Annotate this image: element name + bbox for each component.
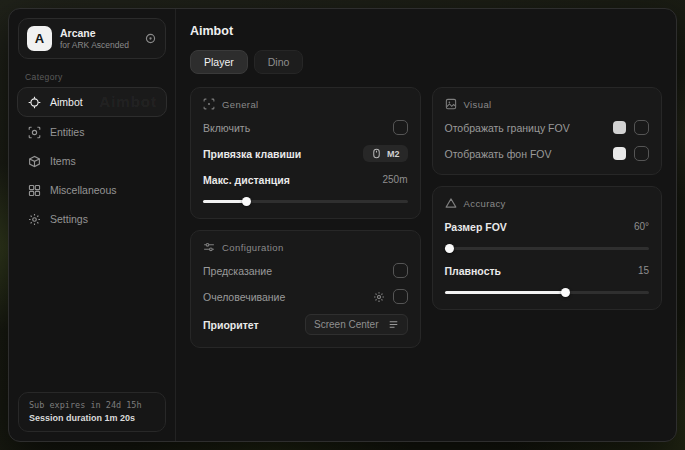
visual-panel: Visual Отображать границу FOV Отображать… [432, 87, 663, 175]
max-distance-label: Макс. дистанция [203, 174, 290, 186]
mouse-icon [371, 148, 382, 159]
sidebar-item-miscellaneous[interactable]: Miscellaneous [17, 176, 167, 204]
brand-text: Arcane for ARK Ascended [60, 27, 129, 51]
fov-background-checkbox[interactable] [634, 146, 649, 161]
panel-title: Configuration [222, 242, 284, 253]
sidebar-item-entities[interactable]: Entities [17, 118, 167, 146]
fov-border-label: Отображать границу FOV [445, 122, 570, 134]
keybind-button[interactable]: M2 [363, 145, 408, 162]
panel-title: General [222, 99, 259, 110]
keybind-row: Привязка клавиши M2 [203, 145, 408, 162]
brand-card: A Arcane for ARK Ascended [18, 18, 166, 59]
panel-title: Visual [464, 99, 492, 110]
fov-border-color-swatch[interactable] [613, 121, 626, 134]
app-window: A Arcane for ARK Ascended Category [8, 8, 677, 442]
max-distance-slider[interactable] [203, 196, 408, 206]
session-card: Sub expires in 24d 15h Session duration … [18, 392, 166, 432]
smoothness-row: Плавность 15 [445, 262, 650, 279]
crosshair-icon [28, 96, 41, 109]
sidebar-spacer [9, 233, 175, 383]
aimbot-watermark: Aimbot [99, 93, 157, 110]
prediction-label: Предсказание [203, 265, 272, 277]
enable-checkbox[interactable] [393, 120, 408, 135]
priority-row: Приоритет Screen Center [203, 314, 408, 335]
fov-background-row: Отображать фон FOV [445, 145, 650, 162]
fov-background-color-swatch[interactable] [613, 147, 626, 160]
target-dot-icon[interactable] [144, 32, 157, 45]
app-subtitle: for ARK Ascended [60, 40, 129, 51]
page-title: Aimbot [190, 24, 662, 38]
main-content: Aimbot Player Dino General [176, 9, 676, 441]
triangle-icon [445, 197, 457, 209]
sidebar-nav: Aimbot Aimbot Entities [17, 87, 167, 233]
sidebar-item-label: Aimbot [50, 96, 83, 108]
entity-scan-icon [28, 126, 41, 139]
max-distance-value: 250m [382, 174, 407, 185]
enable-row: Включить [203, 119, 408, 136]
priority-dropdown[interactable]: Screen Center [305, 314, 407, 335]
humanize-row: Очеловечивание [203, 288, 408, 305]
slider-knob[interactable] [561, 288, 570, 297]
fov-size-slider[interactable] [445, 243, 650, 253]
sliders-icon [203, 241, 215, 253]
gear-icon [28, 213, 41, 226]
fov-background-label: Отображать фон FOV [445, 148, 552, 160]
right-column: Visual Отображать границу FOV Отображать… [432, 87, 663, 310]
tab-dino[interactable]: Dino [254, 50, 304, 74]
tab-player[interactable]: Player [190, 50, 248, 74]
slider-knob[interactable] [242, 197, 251, 206]
session-duration-text: Session duration 1m 20s [29, 413, 155, 423]
sidebar-item-items[interactable]: Items [17, 147, 167, 175]
focus-icon [203, 98, 215, 110]
max-distance-row: Макс. дистанция 250m [203, 171, 408, 188]
humanize-label: Очеловечивание [203, 291, 285, 303]
tab-bar: Player Dino [190, 50, 662, 74]
slider-knob[interactable] [445, 244, 454, 253]
keybind-value: M2 [387, 149, 400, 159]
image-icon [445, 98, 457, 110]
prediction-checkbox[interactable] [393, 263, 408, 278]
humanize-checkbox[interactable] [393, 289, 408, 304]
sub-expires-text: Sub expires in 24d 15h [29, 400, 155, 410]
app-logo: A [27, 26, 52, 51]
fov-size-label: Размер FOV [445, 221, 507, 233]
fov-size-value: 60° [634, 221, 649, 232]
fov-size-row: Размер FOV 60° [445, 218, 650, 235]
category-label: Category [25, 72, 159, 82]
fov-border-row: Отображать границу FOV [445, 119, 650, 136]
accuracy-panel: Accuracy Размер FOV 60° Плавность 15 [432, 186, 663, 310]
sidebar-item-settings[interactable]: Settings [17, 205, 167, 233]
panel-grid: General Включить Привязка клавиши [190, 87, 662, 348]
sidebar-item-label: Settings [50, 213, 88, 225]
prediction-row: Предсказание [203, 262, 408, 279]
keybind-label: Привязка клавиши [203, 148, 301, 160]
panel-title: Accuracy [464, 198, 506, 209]
list-icon [388, 319, 399, 330]
smoothness-value: 15 [638, 265, 649, 276]
configuration-panel: Configuration Предсказание Очеловечивани… [190, 230, 421, 348]
enable-label: Включить [203, 122, 250, 134]
priority-label: Приоритет [203, 319, 259, 331]
sidebar: A Arcane for ARK Ascended Category [9, 9, 176, 441]
left-column: General Включить Привязка клавиши [190, 87, 421, 348]
smoothness-label: Плавность [445, 265, 502, 277]
sidebar-item-label: Miscellaneous [50, 184, 117, 196]
priority-value: Screen Center [314, 319, 378, 330]
sidebar-item-label: Items [50, 155, 76, 167]
sidebar-item-label: Entities [50, 126, 84, 138]
sidebar-item-aimbot[interactable]: Aimbot Aimbot [17, 87, 167, 117]
grid-icon [28, 184, 41, 197]
app-name: Arcane [60, 27, 129, 40]
box-icon [28, 155, 41, 168]
general-panel: General Включить Привязка клавиши [190, 87, 421, 219]
humanize-settings-gear-icon[interactable] [373, 291, 385, 303]
smoothness-slider[interactable] [445, 287, 650, 297]
fov-border-checkbox[interactable] [634, 120, 649, 135]
